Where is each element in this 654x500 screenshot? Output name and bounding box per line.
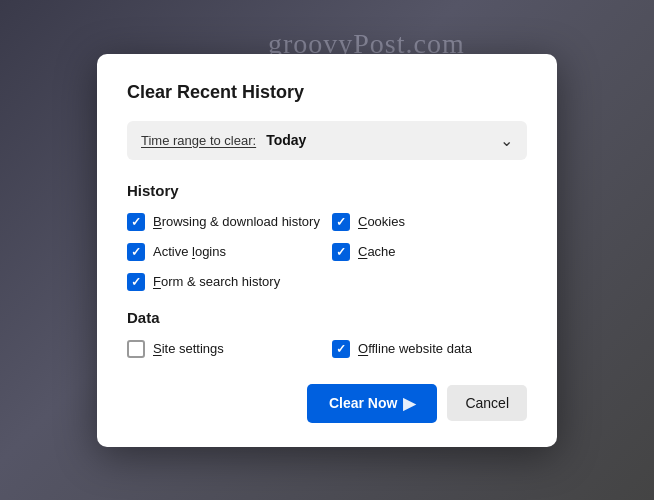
underline-c-cookies: C — [358, 214, 367, 229]
checkbox-site-settings-label: Site settings — [153, 341, 224, 356]
checkbox-browsing-box[interactable]: ✓ — [127, 213, 145, 231]
checkmark-form-search: ✓ — [131, 276, 141, 288]
footer-row: Clear Now ▶ Cancel — [127, 384, 527, 423]
checkbox-offline-data-label: Offline website data — [358, 341, 472, 356]
underline-f: F — [153, 274, 161, 289]
checkbox-browsing[interactable]: ✓ Browsing & download history — [127, 213, 322, 231]
clear-history-dialog: Clear Recent History Time range to clear… — [97, 54, 557, 447]
checkbox-cookies-box[interactable]: ✓ — [332, 213, 350, 231]
data-checkbox-grid: ✓ Site settings ✓ Offline website data — [127, 340, 527, 358]
checkbox-cache-label: Cache — [358, 244, 396, 259]
checkbox-offline-data[interactable]: ✓ Offline website data — [332, 340, 527, 358]
time-range-value: Today — [266, 132, 306, 148]
time-range-row: Time range to clear: Today ⌄ — [127, 121, 527, 160]
checkmark-active-logins: ✓ — [131, 246, 141, 258]
checkbox-active-logins-box[interactable]: ✓ — [127, 243, 145, 261]
checkbox-cookies-label: Cookies — [358, 214, 405, 229]
checkbox-offline-data-box[interactable]: ✓ — [332, 340, 350, 358]
checkbox-cache-box[interactable]: ✓ — [332, 243, 350, 261]
dialog-title: Clear Recent History — [127, 82, 527, 103]
clear-now-label: Clear Now — [329, 395, 397, 411]
underline-c-cache: C — [358, 244, 367, 259]
checkbox-form-search-box[interactable]: ✓ — [127, 273, 145, 291]
checkbox-browsing-label: Browsing & download history — [153, 214, 320, 229]
checkbox-cache[interactable]: ✓ Cache — [332, 243, 527, 261]
checkmark-cache: ✓ — [336, 246, 346, 258]
underline-s: S — [153, 341, 162, 356]
checkbox-form-search[interactable]: ✓ Form & search history — [127, 273, 322, 291]
underline-b: B — [153, 214, 162, 229]
checkbox-site-settings-box[interactable]: ✓ — [127, 340, 145, 358]
history-section-title: History — [127, 182, 527, 199]
dialog-backdrop: Clear Recent History Time range to clear… — [0, 0, 654, 500]
cursor-icon: ▶ — [403, 394, 415, 413]
data-section: Data ✓ Site settings ✓ Offline website d… — [127, 309, 527, 358]
checkbox-site-settings[interactable]: ✓ Site settings — [127, 340, 322, 358]
checkmark-offline-data: ✓ — [336, 343, 346, 355]
cancel-button[interactable]: Cancel — [447, 385, 527, 421]
time-range-label: Time range to clear: — [141, 133, 256, 148]
checkbox-form-search-label: Form & search history — [153, 274, 280, 289]
checkbox-cookies[interactable]: ✓ Cookies — [332, 213, 527, 231]
history-section: History ✓ Browsing & download history ✓ … — [127, 182, 527, 291]
empty-cell — [332, 273, 527, 291]
checkmark-browsing: ✓ — [131, 216, 141, 228]
time-range-select[interactable]: Today ⌄ — [266, 131, 513, 150]
chevron-down-icon: ⌄ — [500, 131, 513, 150]
underline-o: O — [358, 341, 368, 356]
history-checkbox-grid: ✓ Browsing & download history ✓ Cookies … — [127, 213, 527, 291]
checkbox-active-logins-label: Active logins — [153, 244, 226, 259]
checkbox-active-logins[interactable]: ✓ Active logins — [127, 243, 322, 261]
underline-l: l — [192, 244, 195, 259]
checkmark-cookies: ✓ — [336, 216, 346, 228]
data-section-title: Data — [127, 309, 527, 326]
clear-now-button[interactable]: Clear Now ▶ — [307, 384, 437, 423]
